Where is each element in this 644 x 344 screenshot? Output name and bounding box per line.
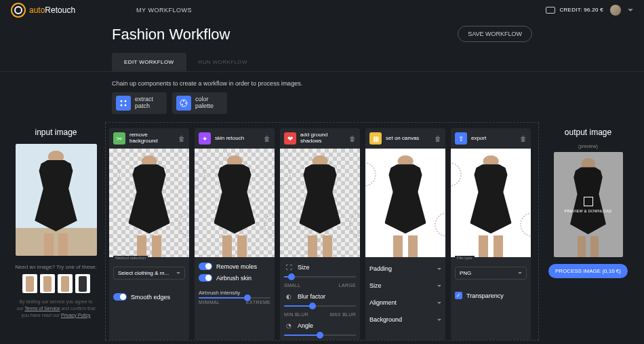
card-preview: [195, 149, 275, 257]
page-title: Fashion Workflow: [112, 26, 230, 43]
filetype-select[interactable]: PNG: [455, 267, 527, 280]
padding-accordion[interactable]: Padding: [369, 263, 441, 275]
angle-icon: ◔: [284, 321, 294, 330]
palette-icon: [176, 96, 191, 111]
card-remove-background[interactable]: ✂ remove background 🗑 Method selection S…: [109, 128, 189, 340]
nav-my-workflows[interactable]: MY WORKFLOWS: [136, 7, 192, 14]
size-accordion[interactable]: Size: [369, 280, 441, 292]
sample-hint: Need an image? Try one of these:: [14, 264, 98, 270]
logo-icon: [11, 3, 26, 18]
workflow-canvas[interactable]: ✂ remove background 🗑 Method selection S…: [105, 122, 539, 341]
svg-point-7: [182, 104, 183, 105]
airbrush-toggle[interactable]: [199, 274, 212, 282]
scissors-icon: ✂: [113, 132, 125, 145]
input-image-dropzone[interactable]: [16, 144, 97, 256]
blur-icon: ◐: [284, 292, 294, 301]
svg-point-2: [121, 104, 123, 107]
export-icon: ⇪: [455, 132, 467, 145]
background-accordion[interactable]: Background: [369, 313, 441, 326]
intensity-slider[interactable]: [199, 297, 270, 299]
size-slider[interactable]: [284, 276, 356, 278]
sample-thumb-1[interactable]: [22, 274, 37, 293]
canvas-icon: ▦: [369, 132, 382, 145]
credit-card-icon: [546, 7, 555, 14]
privacy-link[interactable]: Privacy Policy: [61, 313, 91, 318]
card-export[interactable]: ⇪ export 🗑 File type PNG ✓ Transp: [451, 128, 531, 340]
chevron-down-icon: [437, 302, 441, 306]
droplet-icon: ❤: [284, 132, 296, 145]
sample-thumb-3[interactable]: [58, 274, 73, 293]
svg-point-0: [121, 100, 123, 102]
delete-icon[interactable]: 🗑: [435, 135, 441, 142]
instruction-text: Chain up components to create a workflow…: [0, 72, 644, 92]
logo[interactable]: autoRetouch: [11, 3, 75, 18]
card-preview: [109, 149, 189, 257]
angle-slider[interactable]: [284, 335, 356, 336]
sample-thumb-2[interactable]: [40, 274, 55, 293]
chip-color-palette[interactable]: color palette: [172, 92, 227, 114]
card-add-shadows[interactable]: ❤ add ground shadows 🗑 ⛶Size SMALLLARGE …: [280, 128, 360, 340]
delete-icon[interactable]: 🗑: [349, 135, 356, 142]
size-icon: ⛶: [284, 263, 294, 272]
card-preview: [280, 149, 360, 257]
transparency-checkbox[interactable]: ✓: [455, 292, 462, 299]
chevron-down-icon: [176, 272, 180, 276]
tab-edit-workflow[interactable]: EDIT WORKFLOW: [112, 53, 186, 71]
svg-point-6: [185, 102, 186, 104]
remove-moles-toggle[interactable]: [199, 263, 212, 270]
card-skin-retouch[interactable]: ✦ skin retouch 🗑 Remove moles Airbrush s…: [195, 128, 275, 340]
sample-thumb-4[interactable]: [75, 274, 90, 293]
logo-text: autoRetouch: [29, 5, 75, 15]
delete-icon[interactable]: 🗑: [178, 135, 185, 142]
card-preview: [365, 149, 445, 257]
legal-text: By testing our service you agree to our …: [14, 299, 98, 318]
avatar[interactable]: [610, 5, 621, 16]
method-select[interactable]: Select clothing & m...: [113, 267, 185, 280]
card-set-on-canvas[interactable]: ▦ set on canvas 🗑 Padding Size Alignment…: [365, 128, 445, 340]
smooth-edges-toggle[interactable]: [113, 293, 127, 301]
preview-label: (preview): [546, 144, 630, 149]
chevron-down-icon[interactable]: [628, 9, 633, 14]
process-image-button[interactable]: PROCESS IMAGE (0,10 €): [548, 264, 628, 278]
chevron-down-icon: [437, 268, 441, 272]
credit-display[interactable]: CREDIT: 96.20 €: [546, 7, 603, 14]
delete-icon[interactable]: 🗑: [520, 135, 527, 142]
expand-icon: [584, 197, 593, 206]
wand-icon: ✦: [199, 132, 211, 145]
extract-patch-icon: [116, 96, 131, 111]
terms-link[interactable]: Terms of Service: [24, 306, 60, 311]
blur-slider[interactable]: [284, 305, 356, 307]
chip-extract-patch[interactable]: extract patch: [112, 92, 167, 114]
input-image-title: input image: [14, 122, 98, 144]
output-image-title: output image: [546, 122, 630, 144]
svg-point-3: [125, 104, 127, 107]
chevron-down-icon: [518, 272, 522, 276]
alignment-accordion[interactable]: Alignment: [369, 297, 441, 309]
svg-point-1: [125, 100, 127, 102]
save-workflow-button[interactable]: SAVE WORKFLOW: [458, 26, 532, 42]
tab-run-workflow[interactable]: RUN WORKFLOW: [186, 53, 260, 71]
chevron-down-icon: [437, 319, 441, 323]
output-preview[interactable]: PREVIEW & DOWNLOAD: [554, 152, 623, 257]
chevron-down-icon: [437, 285, 441, 289]
delete-icon[interactable]: 🗑: [264, 135, 270, 142]
card-preview: [451, 149, 531, 257]
svg-point-5: [183, 100, 184, 102]
